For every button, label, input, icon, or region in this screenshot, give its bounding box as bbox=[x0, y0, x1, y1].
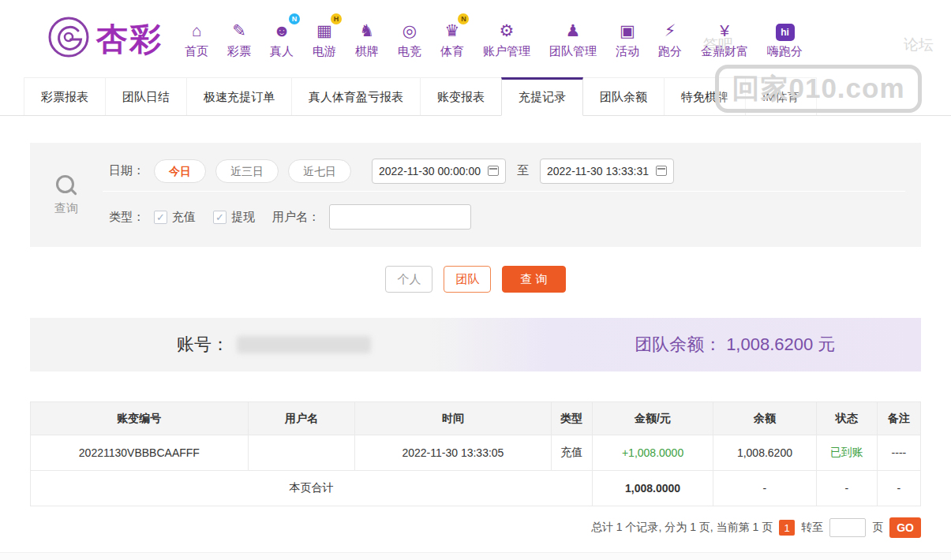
date-label: 日期： bbox=[109, 163, 144, 178]
esports-icon: ◎ bbox=[402, 19, 417, 41]
col-change-id: 账变编号 bbox=[31, 402, 249, 435]
tab-im-sports[interactable]: IM体育 bbox=[745, 77, 817, 115]
search-icon bbox=[55, 174, 77, 196]
withdraw-checkbox-label: 提现 bbox=[231, 210, 255, 225]
nav-item-chess[interactable]: ♞ 棋牌 bbox=[346, 19, 388, 59]
quick-7days-button[interactable]: 近七日 bbox=[288, 159, 351, 183]
watermark-right-text: 论坛 bbox=[904, 35, 934, 55]
new-badge: N bbox=[289, 13, 300, 24]
withdraw-checkbox[interactable] bbox=[213, 211, 227, 224]
top-navigation: 杏彩 ⌂ 首页 ✎ 彩票 ☻ N 真人 ▦ H 电游 ♞ 棋牌 bbox=[0, 0, 951, 77]
nav-item-activity[interactable]: ▣ 活动 bbox=[606, 19, 649, 59]
account-management-icon: ⚙ bbox=[500, 19, 515, 41]
total-balance-cell: - bbox=[713, 471, 816, 506]
tab-team-balance[interactable]: 团队余额 bbox=[582, 77, 665, 115]
pagination-summary: 总计 1 个记录, 分为 1 页, 当前第 1 页 bbox=[591, 521, 773, 535]
col-time: 时间 bbox=[355, 402, 552, 435]
total-status-cell: - bbox=[816, 471, 877, 506]
username-input[interactable] bbox=[329, 204, 471, 230]
account-summary-band: 账号： 团队余额： 1,008.6200 元 bbox=[30, 318, 921, 371]
nav-item-golden-wealth[interactable]: ¥ 金鼎财富 bbox=[691, 19, 758, 59]
current-page-button[interactable]: 1 bbox=[779, 520, 795, 536]
nav-item-live[interactable]: ☻ N 真人 bbox=[260, 19, 303, 59]
personal-button[interactable]: 个人 bbox=[385, 266, 432, 293]
tab-live-sports-pnl[interactable]: 真人体育盈亏报表 bbox=[291, 77, 421, 115]
quick-today-button[interactable]: 今日 bbox=[154, 159, 206, 183]
col-username: 用户名 bbox=[248, 402, 354, 435]
total-label-cell: 本页合计 bbox=[31, 471, 593, 506]
cell-balance: 1,008.6200 bbox=[713, 435, 816, 471]
nav-item-egames[interactable]: ▦ H 电游 bbox=[303, 19, 346, 59]
home-icon: ⌂ bbox=[192, 19, 202, 41]
tab-fast-deposit-orders[interactable]: 极速充提订单 bbox=[186, 77, 292, 115]
main-menu: ⌂ 首页 ✎ 彩票 ☻ N 真人 ▦ H 电游 ♞ 棋牌 ◎ 电竞 bbox=[175, 19, 812, 59]
tab-team-daily[interactable]: 团队日结 bbox=[105, 77, 187, 115]
cell-amount: +1,008.0000 bbox=[592, 435, 713, 471]
account-label: 账号： bbox=[177, 333, 229, 357]
nav-item-hi-paofen[interactable]: hi 嗨跑分 bbox=[758, 19, 812, 59]
date-to-input[interactable]: 2022-11-30 13:33:31 bbox=[540, 159, 674, 184]
team-balance-value: 1,008.6200 元 bbox=[726, 333, 835, 357]
nav-item-esports[interactable]: ◎ 电竞 bbox=[388, 19, 431, 59]
golden-wealth-icon: ¥ bbox=[720, 19, 729, 41]
date-from-input[interactable]: 2022-11-30 00:00:00 bbox=[372, 159, 506, 184]
calendar-icon bbox=[488, 166, 499, 176]
records-table-wrap: 账变编号 用户名 时间 类型 金额/元 余额 状态 备注 20221130VBB… bbox=[30, 401, 921, 506]
electronic-games-icon: ▦ H bbox=[316, 19, 332, 41]
username-label: 用户名： bbox=[272, 210, 320, 225]
footer-strip bbox=[0, 552, 951, 560]
tab-account-change-report[interactable]: 账变报表 bbox=[420, 77, 502, 115]
chess-cards-icon: ♞ bbox=[360, 19, 375, 41]
type-label: 类型： bbox=[109, 210, 144, 225]
cell-status: 已到账 bbox=[816, 435, 877, 471]
col-amount: 金额/元 bbox=[592, 402, 713, 435]
pagination-bar: 总计 1 个记录, 分为 1 页, 当前第 1 页 1 转至 页 GO bbox=[30, 517, 921, 538]
deposit-checkbox[interactable] bbox=[154, 211, 167, 224]
new-badge: N bbox=[458, 13, 469, 24]
logo-text: 杏彩 bbox=[96, 17, 163, 61]
paofen-icon: ⚡ bbox=[665, 19, 676, 41]
col-status: 状态 bbox=[816, 402, 877, 435]
table-total-row: 本页合计 1,008.0000 - - - bbox=[31, 471, 921, 506]
nav-item-home[interactable]: ⌂ 首页 bbox=[175, 19, 218, 59]
nav-item-sports[interactable]: ♛ N 体育 bbox=[431, 19, 474, 59]
nav-item-lottery[interactable]: ✎ 彩票 bbox=[218, 19, 260, 59]
cell-username bbox=[248, 435, 354, 471]
table-header-row: 账变编号 用户名 时间 类型 金额/元 余额 状态 备注 bbox=[31, 402, 921, 435]
hot-badge: H bbox=[331, 13, 342, 24]
total-remark-cell: - bbox=[877, 471, 920, 506]
total-amount-cell: 1,008.0000 bbox=[592, 471, 713, 506]
tab-lottery-report[interactable]: 彩票报表 bbox=[24, 77, 106, 115]
quick-3days-button[interactable]: 近三日 bbox=[215, 159, 279, 183]
brand-logo[interactable]: 杏彩 bbox=[47, 16, 163, 62]
team-management-icon: ♟ bbox=[566, 19, 581, 41]
tab-special-chess[interactable]: 特免棋牌 bbox=[664, 77, 746, 115]
date-filter-row: 日期： 今日 近三日 近七日 2022-11-30 00:00:00 至 202… bbox=[103, 154, 905, 192]
filter-panel: 查询 日期： 今日 近三日 近七日 2022-11-30 00:00:00 至 … bbox=[30, 143, 921, 247]
team-button[interactable]: 团队 bbox=[444, 266, 491, 293]
goto-page-input[interactable] bbox=[829, 518, 866, 537]
tab-deposit-withdraw-records[interactable]: 充提记录 bbox=[501, 77, 583, 116]
calendar-icon bbox=[656, 166, 667, 176]
live-person-icon: ☻ N bbox=[273, 19, 290, 41]
cell-type: 充值 bbox=[551, 435, 592, 471]
go-button[interactable]: GO bbox=[889, 517, 921, 538]
records-table: 账变编号 用户名 时间 类型 金额/元 余额 状态 备注 20221130VBB… bbox=[30, 401, 921, 506]
type-filter-row: 类型： 充值 提现 用户名： bbox=[103, 198, 905, 236]
deposit-checkbox-label: 充值 bbox=[172, 210, 196, 225]
query-icon-block: 查询 bbox=[30, 154, 103, 236]
hi-paofen-icon: hi bbox=[776, 19, 795, 41]
report-tabs: 彩票报表 团队日结 极速充提订单 真人体育盈亏报表 账变报表 充提记录 团队余额… bbox=[0, 77, 951, 116]
query-label: 查询 bbox=[54, 201, 78, 216]
nav-item-team-management[interactable]: ♟ 团队管理 bbox=[540, 19, 606, 59]
team-balance-label: 团队余额： bbox=[635, 333, 721, 357]
cell-change-id: 20221130VBBBCAAFFF bbox=[31, 435, 249, 471]
to-label: 至 bbox=[517, 163, 529, 178]
col-balance: 余额 bbox=[713, 402, 816, 435]
activity-gift-icon: ▣ bbox=[620, 19, 635, 41]
nav-item-account-management[interactable]: ⚙ 账户管理 bbox=[474, 19, 540, 59]
nav-item-paofen[interactable]: ⚡ 跑分 bbox=[649, 19, 691, 59]
logo-rose-icon bbox=[47, 16, 90, 62]
query-button[interactable]: 查 询 bbox=[502, 266, 565, 293]
redacted-account-name bbox=[237, 336, 371, 353]
